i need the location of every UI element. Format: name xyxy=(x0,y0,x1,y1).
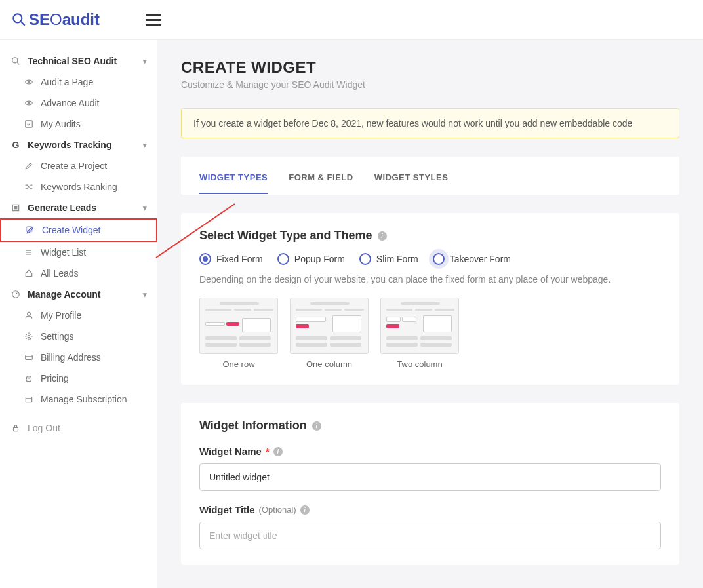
radio-takeover-form[interactable]: Takeover Form xyxy=(433,253,511,265)
widget-type-desc: Depending on the design of your website,… xyxy=(199,274,661,284)
widget-type-heading: Select Widget Type and Theme i xyxy=(199,229,661,243)
sidebar-item-widget-list[interactable]: Widget List xyxy=(0,242,157,263)
theme-preview xyxy=(290,298,369,354)
tab-widget-styles[interactable]: WIDGET STYLES xyxy=(374,172,449,194)
widget-type-radios: Fixed Form Popup Form Slim Form Takeover… xyxy=(199,253,661,265)
theme-two-column[interactable]: Two column xyxy=(380,298,459,369)
svg-rect-10 xyxy=(14,206,18,210)
svg-point-18 xyxy=(28,335,30,338)
box-icon xyxy=(24,394,34,404)
list-icon xyxy=(24,247,34,258)
chevron-down-icon: ▾ xyxy=(143,57,147,66)
sidebar-item-my-audits[interactable]: My Audits xyxy=(0,113,157,134)
gauge-icon xyxy=(10,289,21,300)
alert-banner: If you create a widget before Dec 8, 202… xyxy=(181,108,679,138)
gear-icon xyxy=(24,331,34,342)
sidebar-item-label: My Audits xyxy=(41,119,81,129)
home-icon xyxy=(24,268,34,279)
widget-name-label: Widget Name* i xyxy=(199,446,661,457)
svg-rect-8 xyxy=(26,121,33,128)
alert-text: If you create a widget before Dec 8, 202… xyxy=(193,118,632,128)
sidebar-group-label: Generate Leads xyxy=(28,203,96,213)
sidebar-group-leads[interactable]: Generate Leads ▾ xyxy=(0,197,157,218)
sidebar-group-technical-seo[interactable]: Technical SEO Audit ▾ xyxy=(0,50,157,71)
sidebar-item-subscription[interactable]: Manage Subscription xyxy=(0,389,157,410)
user-icon xyxy=(24,310,34,321)
sidebar-item-settings[interactable]: Settings xyxy=(0,326,157,347)
sidebar-item-create-widget[interactable]: Create Widget xyxy=(0,218,157,242)
eye-icon xyxy=(24,98,34,108)
page-subtitle: Customize & Manage your SEO Audit Widget xyxy=(181,79,679,90)
theme-preview xyxy=(199,298,278,354)
sidebar-item-my-profile[interactable]: My Profile xyxy=(0,305,157,326)
svg-point-7 xyxy=(28,102,30,104)
info-icon[interactable]: i xyxy=(273,447,283,456)
menu-toggle-icon[interactable] xyxy=(146,14,161,26)
logo[interactable]: SEOaudit xyxy=(10,10,100,29)
widget-title-input[interactable] xyxy=(199,522,661,549)
info-icon[interactable]: i xyxy=(312,421,321,431)
svg-point-5 xyxy=(28,81,30,83)
widget-name-input[interactable] xyxy=(199,463,661,491)
radio-circle xyxy=(199,253,211,265)
info-icon[interactable]: i xyxy=(300,505,310,515)
eye-icon xyxy=(24,77,34,87)
sidebar-group-keywords[interactable]: G Keywords Tracking ▾ xyxy=(0,134,157,155)
svg-rect-19 xyxy=(26,355,33,360)
theme-label: Two column xyxy=(380,359,459,369)
svg-point-2 xyxy=(12,58,18,63)
logout-button[interactable]: Log Out xyxy=(0,410,157,446)
sidebar-item-label: All Leads xyxy=(41,268,79,279)
sidebar-item-label: Widget List xyxy=(41,247,86,258)
tab-widget-types[interactable]: WIDGET TYPES xyxy=(199,172,268,194)
svg-rect-21 xyxy=(26,397,31,402)
sidebar-item-label: Create Widget xyxy=(42,225,100,235)
theme-label: One row xyxy=(199,359,278,369)
pencil-icon xyxy=(24,161,34,171)
radio-circle xyxy=(433,253,445,265)
sidebar-item-create-project[interactable]: Create a Project xyxy=(0,155,157,176)
sidebar-item-all-leads[interactable]: All Leads xyxy=(0,263,157,284)
info-icon[interactable]: i xyxy=(378,231,387,241)
tab-form-field[interactable]: FORM & FIELD xyxy=(289,172,353,194)
check-icon xyxy=(24,119,34,129)
page-title: CREATE WIDGET xyxy=(181,58,679,77)
svg-rect-23 xyxy=(14,427,18,431)
sidebar-item-advance-audit[interactable]: Advance Audit xyxy=(0,92,157,113)
widget-info-heading: Widget Information i xyxy=(199,419,661,433)
sidebar-group-label: Keywords Tracking xyxy=(28,140,111,150)
theme-preview xyxy=(380,298,459,354)
shuffle-icon xyxy=(24,182,34,192)
radio-slim-form[interactable]: Slim Form xyxy=(359,253,418,265)
radio-circle xyxy=(359,253,371,265)
theme-one-column[interactable]: One column xyxy=(290,298,369,369)
theme-one-row[interactable]: One row xyxy=(199,298,278,369)
sidebar-item-label: Pricing xyxy=(41,373,69,383)
sidebar-item-pricing[interactable]: Pricing xyxy=(0,368,157,389)
sidebar-item-billing[interactable]: Billing Address xyxy=(0,347,157,368)
sidebar-group-account[interactable]: Manage Account ▾ xyxy=(0,284,157,305)
widget-type-card: Select Widget Type and Theme i Fixed For… xyxy=(181,213,679,385)
radio-fixed-form[interactable]: Fixed Form xyxy=(199,253,263,265)
chevron-down-icon: ▾ xyxy=(143,204,147,212)
svg-point-0 xyxy=(13,14,22,22)
sidebar-item-label: Create a Project xyxy=(41,161,107,171)
widget-info-card: Widget Information i Widget Name* i Widg… xyxy=(181,403,679,565)
tabs-card: WIDGET TYPES FORM & FIELD WIDGET STYLES xyxy=(181,157,679,195)
theme-label: One column xyxy=(290,359,369,369)
sidebar-item-label: Keywords Ranking xyxy=(41,182,117,192)
sidebar-item-audit-page[interactable]: Audit a Page xyxy=(0,71,157,92)
chevron-down-icon: ▾ xyxy=(143,141,147,149)
logout-label: Log Out xyxy=(28,423,60,433)
sidebar-group-label: Manage Account xyxy=(28,289,101,300)
widget-title-label: Widget Title (Optional) i xyxy=(199,504,661,515)
sidebar-item-keywords-ranking[interactable]: Keywords Ranking xyxy=(0,176,157,197)
search-icon xyxy=(10,56,21,66)
svg-point-17 xyxy=(28,312,31,315)
main-content: CREATE WIDGET Customize & Manage your SE… xyxy=(157,40,703,588)
radio-popup-form[interactable]: Popup Form xyxy=(277,253,345,265)
svg-line-16 xyxy=(16,293,17,294)
g-icon: G xyxy=(10,140,21,150)
sidebar-item-label: Billing Address xyxy=(41,352,101,363)
sidebar-item-label: Manage Subscription xyxy=(41,394,127,404)
